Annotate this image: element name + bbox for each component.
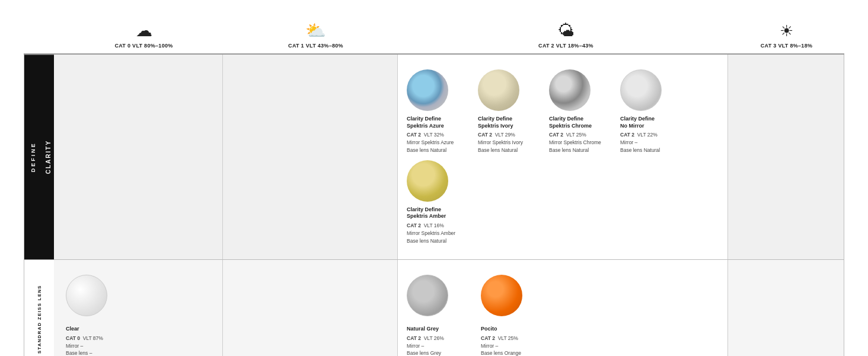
standard-cat3-col [728, 260, 844, 356]
lens-detail-naturalgrey: CAT 2 VLT 26% Mirror – Base lens Grey [407, 335, 444, 356]
lens-item-naturalgrey: Natural Grey CAT 2 VLT 26% Mirror – Base… [407, 275, 472, 356]
lens-name-amber: Clarity DefineSpektris Amber [407, 206, 446, 220]
lens-name-pocito: Pocito [481, 326, 497, 333]
clarity-brand-label: CLARITY [42, 55, 54, 259]
lens-detail-ivory: CAT 2 VLT 29% Mirror Spektris Ivory Base… [478, 131, 523, 154]
cat0-label: CAT 0 VLT 80%–100% [114, 43, 173, 49]
define-cat2-col: Clarity DefineSpektris Azure CAT 2 VLT 3… [398, 55, 728, 259]
lens-circle-azure [407, 69, 448, 111]
cat1-header: ⛅ CAT 1 VLT 43%–80% [228, 21, 403, 49]
standard-label: STANDRAD ZEISS LENS [24, 260, 54, 356]
cat3-sun-icon: ☀ [780, 22, 793, 40]
cat1-sun-icon: ⛅ [305, 21, 326, 40]
lens-name-ivory: Clarity DefineSpektris Ivory [478, 116, 513, 129]
cat0-header: ☁ CAT 0 VLT 80%–100% [59, 21, 228, 49]
lens-detail-clear: CAT 0 VLT 87% Mirror – Base lens – [66, 335, 103, 356]
cat0-sun-icon: ☁ [136, 21, 152, 40]
lens-circle-chrome [549, 69, 591, 111]
standard-section: STANDRAD ZEISS LENS Clear CAT 0 VLT 87% … [24, 260, 844, 356]
define-cat0-col [54, 55, 223, 259]
cat2-header: 🌤 CAT 2 VLT 18%–43% [403, 21, 729, 49]
cat2-label: CAT 2 VLT 18%–43% [538, 43, 593, 49]
lens-circle-clear [66, 275, 107, 316]
lens-item-amber: Clarity DefineSpektris Amber CAT 2 VLT 1… [407, 160, 472, 245]
define-content: Clarity DefineSpektris Azure CAT 2 VLT 3… [54, 55, 844, 259]
lens-name-nomirror: Clarity DefineNo Mirror [620, 116, 655, 129]
cat1-label: CAT 1 VLT 43%–80% [288, 43, 343, 49]
define-cat1-col [223, 55, 398, 259]
lens-item-nomirror: Clarity DefineNo Mirror CAT 2 VLT 22% Mi… [620, 69, 685, 154]
lens-name-chrome: Clarity DefineSpektris Chrome [549, 116, 592, 129]
lens-detail-nomirror: CAT 2 VLT 22% Mirror – Base lens Natural [620, 131, 660, 154]
lens-circle-nomirror [620, 69, 662, 111]
lens-circle-amber [407, 160, 448, 202]
lens-item-clear: Clear CAT 0 VLT 87% Mirror – Base lens – [66, 275, 131, 356]
lens-circle-naturalgrey [407, 275, 448, 316]
lens-item-pocito: Pocito CAT 2 VLT 25% Mirror – Base lens … [481, 275, 546, 356]
lens-detail-azure: CAT 2 VLT 32% Mirror Spektris Azure Base… [407, 131, 454, 154]
cat3-label: CAT 3 VLT 8%–18% [761, 43, 813, 49]
lens-item-chrome: Clarity DefineSpektris Chrome CAT 2 VLT … [549, 69, 614, 154]
lens-detail-amber: CAT 2 VLT 16% Mirror Spektris Amber Base… [407, 222, 455, 244]
lens-detail-pocito: CAT 2 VLT 25% Mirror – Base lens Orange [481, 335, 521, 356]
lens-item-azure: Clarity DefineSpektris Azure CAT 2 VLT 3… [407, 69, 472, 154]
standard-cat2-col: Natural Grey CAT 2 VLT 26% Mirror – Base… [398, 260, 728, 356]
standard-content: Clear CAT 0 VLT 87% Mirror – Base lens –… [54, 260, 844, 356]
lens-item-ivory: Clarity DefineSpektris Ivory CAT 2 VLT 2… [478, 69, 543, 154]
cat2-sun-icon: 🌤 [558, 21, 575, 40]
define-section: DEFINE CLARITY Clarity DefineSpektris Az… [24, 55, 844, 260]
lens-circle-pocito [481, 275, 522, 316]
define-cat3-col [728, 55, 844, 259]
define-label: DEFINE [24, 55, 42, 259]
lens-name-azure: Clarity DefineSpektris Azure [407, 116, 444, 129]
lens-name-clear: Clear [66, 326, 79, 333]
page: ☁ CAT 0 VLT 80%–100% ⛅ CAT 1 VLT 43%–80%… [0, 0, 868, 356]
lens-name-naturalgrey: Natural Grey [407, 326, 439, 333]
standard-cat1-col [223, 260, 398, 356]
lens-detail-chrome: CAT 2 VLT 25% Mirror Spektris Chrome Bas… [549, 131, 601, 154]
lens-circle-ivory [478, 69, 519, 111]
cat3-header: ☀ CAT 3 VLT 8%–18% [729, 22, 844, 49]
standard-cat0-col: Clear CAT 0 VLT 87% Mirror – Base lens – [54, 260, 223, 356]
